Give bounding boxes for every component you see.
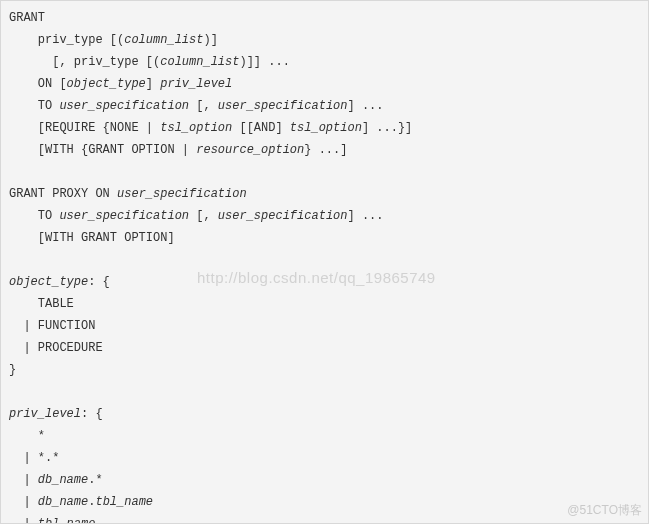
line: | PROCEDURE [9, 341, 103, 355]
line: TO user_specification [, user_specificat… [9, 99, 384, 113]
line: * [9, 429, 45, 443]
line: | db_name.tbl_name [9, 495, 153, 509]
line: | tbl_name [9, 517, 95, 524]
line: | FUNCTION [9, 319, 95, 333]
line: GRANT PROXY ON user_specification [9, 187, 247, 201]
line: [REQUIRE {NONE | tsl_option [[AND] tsl_o… [9, 121, 412, 135]
line: object_type: { [9, 275, 110, 289]
sql-syntax-block: GRANT priv_type [(column_list)] [, priv_… [1, 1, 648, 524]
line: [WITH GRANT OPTION] [9, 231, 175, 245]
line: TABLE [9, 297, 74, 311]
line: } [9, 363, 16, 377]
line: [, priv_type [(column_list)]] ... [9, 55, 290, 69]
line: TO user_specification [, user_specificat… [9, 209, 384, 223]
line: | *.* [9, 451, 59, 465]
line: [WITH {GRANT OPTION | resource_option} .… [9, 143, 347, 157]
line: ON [object_type] priv_level [9, 77, 232, 91]
line: | db_name.* [9, 473, 103, 487]
line: GRANT [9, 11, 45, 25]
line: priv_level: { [9, 407, 103, 421]
line: priv_type [(column_list)] [9, 33, 218, 47]
